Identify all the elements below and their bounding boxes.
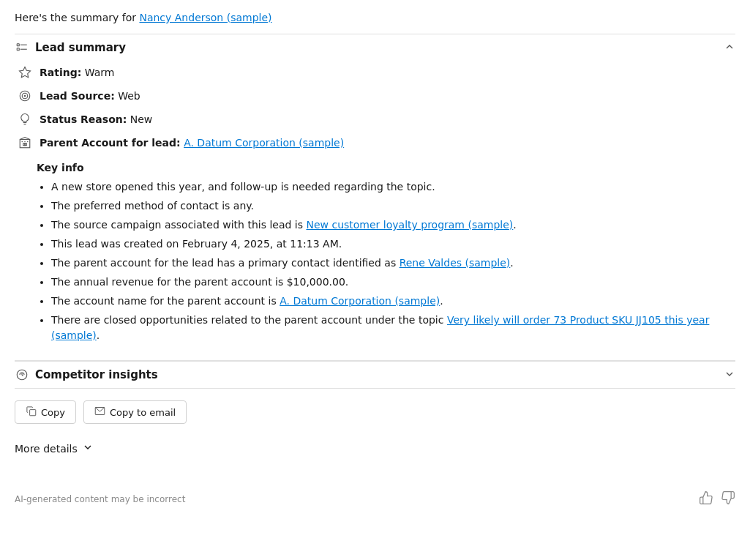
lead-source-label: Lead Source: Web xyxy=(40,90,140,102)
svg-point-7 xyxy=(24,95,26,97)
email-icon xyxy=(94,406,105,419)
field-lead-source: Lead Source: Web xyxy=(15,84,735,108)
list-item: The annual revenue for the parent accoun… xyxy=(51,275,735,290)
field-rating: Rating: Warm xyxy=(15,61,735,84)
more-details-row[interactable]: More details xyxy=(15,436,735,461)
opportunity-link[interactable]: Very likely will order 73 Product SKU JJ… xyxy=(51,314,709,341)
status-reason-label: Status Reason: New xyxy=(40,113,152,125)
list-item: The account name for the parent account … xyxy=(51,294,735,309)
lead-summary-title: Lead summary xyxy=(35,41,126,54)
star-icon xyxy=(18,65,32,80)
competitor-insights-section: Competitor insights xyxy=(15,360,735,388)
rating-label: Rating: Warm xyxy=(40,67,114,78)
svg-rect-2 xyxy=(17,48,19,51)
contact-rene-link[interactable]: Rene Valdes (sample) xyxy=(400,257,511,269)
more-details-chevron-icon xyxy=(82,441,94,455)
competitor-icon xyxy=(15,367,29,382)
lead-summary-header-left: Lead summary xyxy=(15,40,126,55)
svg-marker-4 xyxy=(20,67,31,78)
feedback-icons xyxy=(699,490,735,508)
key-info-title: Key info xyxy=(37,162,735,173)
lead-summary-icon xyxy=(15,40,29,55)
contact-link[interactable]: Nancy Anderson (sample) xyxy=(139,12,271,23)
footer: AI-generated content may be incorrect xyxy=(15,461,735,508)
lead-summary-fields: Rating: Warm Lead Source: Web Status Rea… xyxy=(15,61,735,154)
field-parent-account: Parent Account for lead: A. Datum Corpor… xyxy=(15,131,735,154)
thumbs-down-icon[interactable] xyxy=(721,490,735,508)
building-icon xyxy=(18,135,32,150)
competitor-chevron-down-icon xyxy=(724,368,735,382)
svg-rect-0 xyxy=(17,44,19,46)
svg-rect-17 xyxy=(30,410,36,416)
lead-summary-header[interactable]: Lead summary xyxy=(15,34,735,61)
bulb-icon xyxy=(18,112,32,127)
campaign-link[interactable]: New customer loyalty program (sample) xyxy=(306,219,513,231)
list-item: This lead was created on February 4, 202… xyxy=(51,236,735,252)
copy-label: Copy xyxy=(41,407,65,418)
key-info-list: A new store opened this year, and follow… xyxy=(37,179,735,343)
intro-text: Here's the summary for xyxy=(15,12,136,23)
lead-summary-chevron-up-icon xyxy=(724,41,735,55)
field-status-reason: Status Reason: New xyxy=(15,108,735,131)
account-name-link[interactable]: A. Datum Corporation (sample) xyxy=(280,295,440,307)
copy-to-email-label: Copy to email xyxy=(110,407,176,418)
competitor-insights-header-left: Competitor insights xyxy=(15,367,158,382)
list-item: There are closed opportunities related t… xyxy=(51,313,735,343)
intro-line: Here's the summary for Nancy Anderson (s… xyxy=(15,12,735,23)
competitor-insights-title: Competitor insights xyxy=(35,368,158,381)
parent-account-link[interactable]: A. Datum Corporation (sample) xyxy=(184,137,344,149)
parent-account-label: Parent Account for lead: A. Datum Corpor… xyxy=(40,137,344,149)
copy-button[interactable]: Copy xyxy=(15,400,76,424)
key-info-section: Key info A new store opened this year, a… xyxy=(15,154,735,354)
list-item: The source campaign associated with this… xyxy=(51,217,735,233)
list-item: A new store opened this year, and follow… xyxy=(51,179,735,195)
copy-to-email-button[interactable]: Copy to email xyxy=(83,400,187,424)
thumbs-up-icon[interactable] xyxy=(699,490,713,508)
svg-rect-12 xyxy=(25,143,26,146)
more-details-label: More details xyxy=(15,443,78,455)
competitor-insights-header[interactable]: Competitor insights xyxy=(15,361,735,388)
actions-row: Copy Copy to email xyxy=(15,388,735,436)
list-item: The preferred method of contact is any. xyxy=(51,198,735,214)
copy-icon xyxy=(26,406,37,419)
ai-notice: AI-generated content may be incorrect xyxy=(15,494,185,504)
target-icon xyxy=(18,89,32,103)
list-item: The parent account for the lead has a pr… xyxy=(51,255,735,271)
